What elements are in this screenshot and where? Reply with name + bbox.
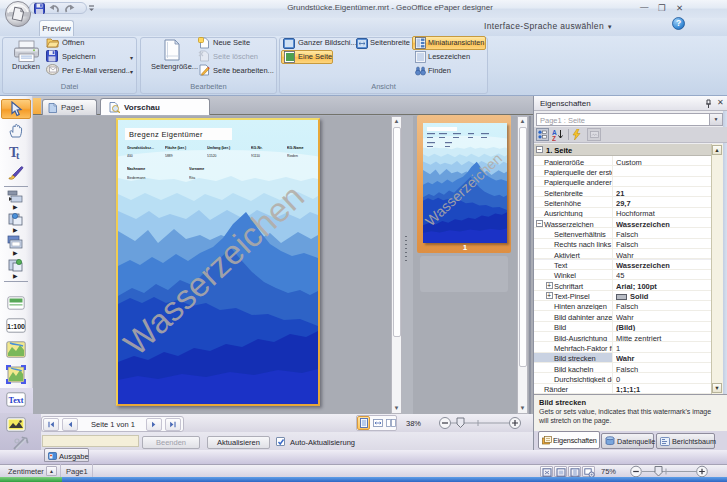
svg-text:t: t <box>16 150 20 161</box>
svg-text:Text: Text <box>9 396 24 405</box>
svg-text:Z: Z <box>552 135 556 141</box>
svg-text:?: ? <box>676 18 681 28</box>
svg-text:1:100: 1:100 <box>7 323 25 330</box>
svg-text:Wasserzeichen: Wasserzeichen <box>423 150 505 229</box>
svg-text:Wasserzeichen: Wasserzeichen <box>118 177 311 362</box>
